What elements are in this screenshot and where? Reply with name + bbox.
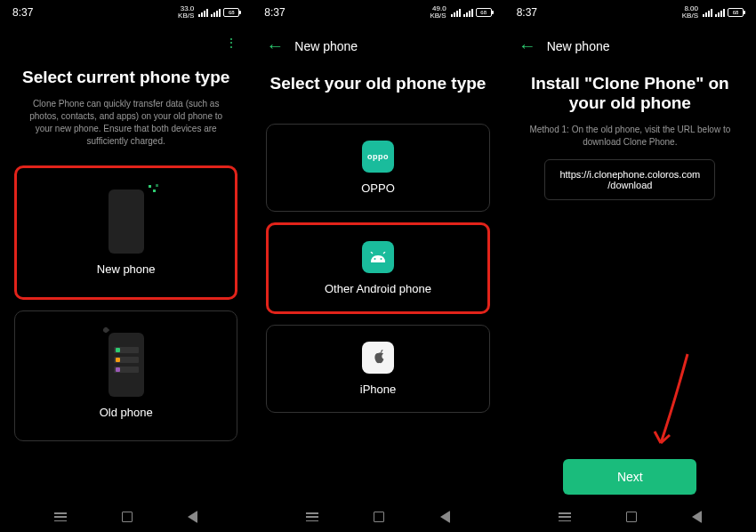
nav-bar bbox=[0, 502, 252, 532]
page-subtitle: Clone Phone can quickly transfer data (s… bbox=[14, 98, 237, 148]
page-title: Install "Clone Phone" on your old phone bbox=[519, 74, 742, 113]
download-url-box[interactable]: https://i.clonephone.coloros.com /downlo… bbox=[544, 159, 715, 200]
card-iphone[interactable]: iPhone bbox=[266, 325, 489, 413]
more-icon[interactable]: ⋮ bbox=[225, 36, 237, 50]
card-new-phone[interactable]: New phone bbox=[14, 165, 237, 300]
recents-button[interactable] bbox=[306, 512, 318, 521]
status-indicators: 33.0KB/S 68 bbox=[178, 5, 239, 20]
screen-select-current-phone: 8:37 33.0KB/S 68 ⋮ Select current phone … bbox=[0, 0, 252, 532]
card-old-phone[interactable]: Old phone bbox=[14, 310, 237, 441]
status-indicators: 49.0KB/S 68 bbox=[430, 5, 491, 20]
recents-button[interactable] bbox=[559, 512, 571, 521]
page-title: Select current phone type bbox=[22, 68, 229, 87]
screen-select-old-phone-type: 8:37 49.0KB/S 68 ← New phone Select your… bbox=[252, 0, 503, 532]
screen-install-clone-phone: 8:37 8.00KB/S 68 ← New phone Install "Cl… bbox=[504, 0, 756, 532]
back-button[interactable] bbox=[440, 511, 450, 523]
old-phone-icon bbox=[109, 333, 144, 397]
card-label: Old phone bbox=[100, 406, 153, 419]
svg-point-0 bbox=[374, 258, 375, 260]
android-icon bbox=[362, 241, 394, 273]
svg-point-1 bbox=[380, 258, 382, 260]
card-label: Other Android phone bbox=[325, 282, 431, 295]
url-line: /download bbox=[559, 180, 700, 190]
card-other-android[interactable]: Other Android phone bbox=[266, 222, 489, 314]
card-label: OPPO bbox=[361, 181, 395, 195]
url-line: https://i.clonephone.coloros.com bbox=[559, 169, 700, 180]
status-time: 8:37 bbox=[517, 6, 537, 19]
topbar-title: New phone bbox=[547, 39, 610, 53]
topbar: ⋮ bbox=[0, 25, 252, 50]
oppo-icon: oppo bbox=[362, 141, 394, 173]
back-button[interactable] bbox=[692, 511, 702, 523]
status-indicators: 8.00KB/S 68 bbox=[682, 5, 744, 20]
status-time: 8:37 bbox=[12, 6, 33, 19]
back-arrow-icon[interactable]: ← bbox=[266, 36, 284, 56]
next-button[interactable]: Next bbox=[563, 459, 696, 495]
page-subtitle: Method 1: On the old phone, visit the UR… bbox=[519, 124, 742, 149]
home-button[interactable] bbox=[626, 512, 637, 522]
status-bar: 8:37 8.00KB/S 68 bbox=[504, 0, 756, 25]
back-arrow-icon[interactable]: ← bbox=[519, 36, 536, 56]
topbar: ← New phone bbox=[504, 25, 756, 56]
nav-bar bbox=[252, 502, 503, 532]
apple-icon bbox=[362, 342, 394, 374]
status-time: 8:37 bbox=[264, 6, 285, 19]
nav-bar bbox=[504, 502, 756, 532]
topbar-title: New phone bbox=[294, 39, 358, 53]
page-title: Select your old phone type bbox=[270, 74, 487, 93]
topbar: ← New phone bbox=[252, 25, 503, 56]
home-button[interactable] bbox=[374, 512, 384, 522]
card-label: New phone bbox=[97, 262, 156, 276]
status-bar: 8:37 49.0KB/S 68 bbox=[252, 0, 503, 25]
status-bar: 8:37 33.0KB/S 68 bbox=[0, 0, 252, 25]
back-button[interactable] bbox=[188, 511, 197, 523]
home-button[interactable] bbox=[122, 512, 133, 522]
new-phone-icon bbox=[109, 189, 144, 254]
recents-button[interactable] bbox=[54, 512, 67, 521]
card-oppo[interactable]: oppo OPPO bbox=[266, 124, 489, 212]
card-label: iPhone bbox=[360, 383, 396, 396]
